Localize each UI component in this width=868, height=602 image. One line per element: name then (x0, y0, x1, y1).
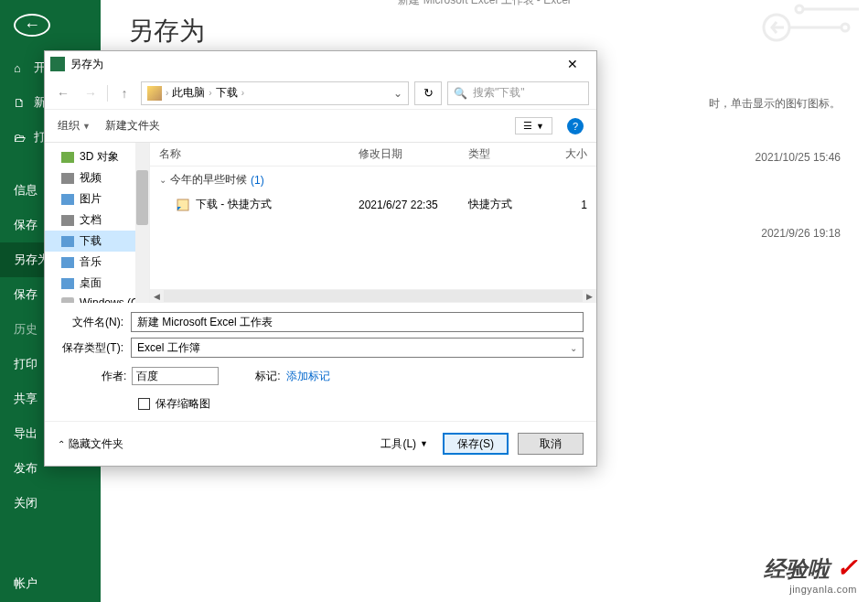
author-input[interactable] (132, 367, 219, 385)
search-icon: 🔍 (454, 87, 467, 100)
chevron-right-icon: › (209, 88, 211, 98)
nav-up-button[interactable]: ↑ (113, 82, 135, 104)
author-label: 作者: (102, 369, 126, 384)
chevron-down-icon: ▼ (82, 122, 91, 131)
column-name[interactable]: 名称 (159, 146, 359, 162)
recent-date-1: 2021/10/25 15:46 (755, 151, 841, 164)
nav-back-button[interactable]: ← (52, 82, 74, 104)
hide-folders-button[interactable]: ⌃ 隐藏文件夹 (58, 436, 123, 452)
downloads-icon (61, 236, 74, 247)
new-icon: 🗋 (14, 96, 27, 109)
scroll-right-icon[interactable]: ▶ (583, 289, 596, 303)
column-date[interactable]: 修改日期 (359, 146, 468, 162)
chevron-down-icon: ⌄ (159, 175, 166, 185)
close-button[interactable]: ✕ (554, 53, 591, 75)
breadcrumb-dropdown-icon[interactable]: ⌄ (393, 87, 402, 100)
file-list: 名称 修改日期 类型 大小 ⌄ 今年的早些时候 (1) 下载 - 快捷方式 20… (150, 143, 596, 303)
chevron-right-icon: › (241, 88, 244, 98)
tree-item-documents[interactable]: 文档 (45, 210, 149, 231)
nav-forward-button[interactable]: → (80, 82, 102, 104)
tree-item-music[interactable]: 音乐 (45, 252, 149, 273)
tree-item-3dobjects[interactable]: 3D 对象 (45, 146, 149, 167)
check-icon: ✓ (836, 554, 857, 582)
column-size[interactable]: 大小 (551, 146, 587, 162)
open-icon: 🗁 (14, 131, 27, 144)
recent-date-2: 2021/9/26 19:18 (761, 227, 841, 240)
breadcrumb-part-1[interactable]: 此电脑 (172, 85, 205, 101)
pin-hint-text: 时，单击显示的图钉图标。 (709, 96, 841, 112)
sidebar-item-account[interactable]: 帐户 (0, 566, 101, 601)
sidebar-item-close[interactable]: 关闭 (0, 486, 101, 521)
cancel-button[interactable]: 取消 (518, 433, 584, 455)
column-type[interactable]: 类型 (468, 146, 551, 162)
add-tags-link[interactable]: 添加标记 (286, 369, 330, 384)
desktop-icon (61, 278, 74, 289)
horizontal-scrollbar[interactable]: ◀ ▶ (150, 289, 596, 303)
3d-icon (61, 152, 74, 163)
file-group-header[interactable]: ⌄ 今年的早些时候 (1) (150, 167, 596, 193)
decorative-circuit-icon (749, 0, 868, 55)
list-icon: ☰ (523, 120, 532, 132)
search-placeholder: 搜索"下载" (473, 85, 525, 101)
thumbnail-checkbox[interactable] (138, 398, 150, 410)
filename-label: 文件名(N): (58, 315, 131, 330)
tree-item-drive-c[interactable]: Windows (C:) (45, 294, 149, 303)
dialog-titlebar: 另存为 ✕ (45, 51, 596, 77)
chevron-up-icon: ⌃ (58, 439, 65, 449)
save-as-dialog: 另存为 ✕ ← → ↑ › 此电脑 › 下载 › ⌄ ↻ 🔍 搜索"下载" 组织… (44, 50, 597, 467)
breadcrumb-part-2[interactable]: 下载 (216, 85, 238, 101)
filename-input[interactable] (131, 312, 584, 332)
breadcrumb[interactable]: › 此电脑 › 下载 › ⌄ (141, 81, 409, 105)
chevron-down-icon: ⌄ (570, 343, 577, 353)
help-button[interactable]: ? (567, 118, 584, 134)
filetype-label: 保存类型(T): (58, 340, 131, 356)
refresh-button[interactable]: ↻ (414, 81, 442, 105)
disk-icon (61, 297, 74, 303)
new-folder-button[interactable]: 新建文件夹 (105, 118, 160, 134)
back-button[interactable]: ← (14, 14, 50, 37)
tree-item-desktop[interactable]: 桌面 (45, 273, 149, 294)
organize-button[interactable]: 组织▼ (58, 118, 91, 134)
filetype-select[interactable]: Excel 工作簿 ⌄ (131, 338, 584, 358)
dialog-title-text: 另存为 (70, 57, 103, 72)
page-title: 另存为 (128, 14, 841, 48)
chevron-right-icon: › (166, 88, 168, 98)
file-row[interactable]: 下载 - 快捷方式 2021/6/27 22:35 快捷方式 1 (150, 193, 596, 216)
svg-point-4 (796, 5, 803, 13)
tree-item-downloads[interactable]: 下载 (45, 231, 149, 252)
chevron-down-icon: ▼ (420, 439, 428, 448)
watermark: 经验啦 ✓ jingyanla.com (764, 553, 857, 595)
search-input[interactable]: 🔍 搜索"下载" (447, 81, 589, 105)
music-icon (61, 257, 74, 268)
excel-icon (50, 57, 65, 71)
tree-item-pictures[interactable]: 图片 (45, 188, 149, 210)
save-button[interactable]: 保存(S) (443, 433, 509, 455)
tags-label: 标记: (255, 369, 280, 384)
chevron-down-icon: ▼ (536, 122, 544, 131)
video-icon (61, 173, 74, 184)
scroll-left-icon[interactable]: ◀ (150, 289, 164, 303)
shortcut-icon (176, 198, 190, 212)
tree-item-videos[interactable]: 视频 (45, 167, 149, 188)
documents-icon (61, 215, 74, 226)
svg-point-2 (841, 24, 849, 31)
pc-icon (147, 86, 162, 101)
pictures-icon (61, 194, 74, 205)
tree-scrollbar[interactable] (135, 143, 149, 303)
tools-dropdown[interactable]: 工具(L) ▼ (375, 436, 434, 452)
view-options-button[interactable]: ☰▼ (515, 117, 552, 134)
thumbnail-label: 保存缩略图 (155, 396, 210, 412)
folder-tree: 3D 对象 视频 图片 文档 下载 音乐 桌面 Windows (C:) 本地磁… (45, 143, 150, 303)
home-icon: ⌂ (14, 61, 27, 74)
